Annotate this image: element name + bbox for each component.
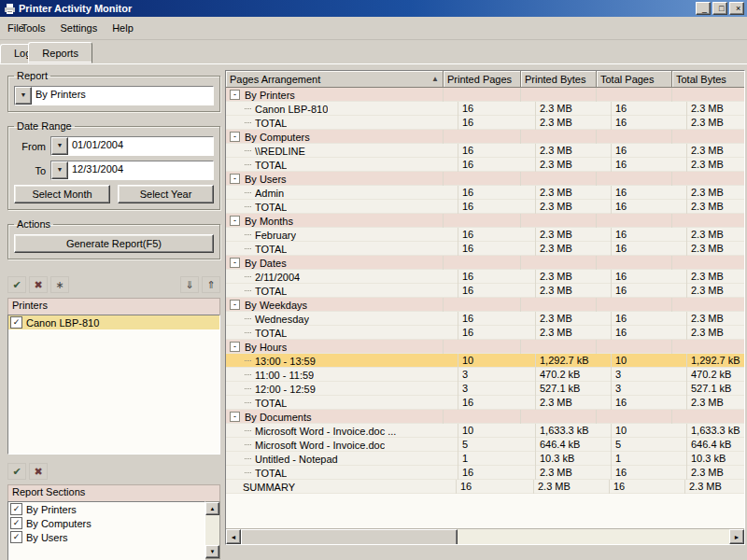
table-row[interactable]: - 13:00 - 13:59 10 1,292.7 kB 10 1,292.7… — [226, 354, 744, 368]
uncheck-all-button[interactable]: ✖ — [29, 276, 48, 293]
collapse-icon[interactable]: - — [230, 174, 240, 184]
table-row[interactable]: - 2/11/2004 16 2.3 MB 16 2.3 MB 5 — [226, 270, 744, 284]
table-row[interactable]: - By Weekdays — [226, 298, 744, 312]
table-row[interactable]: - TOTAL 16 2.3 MB 16 2.3 MB 5 — [226, 466, 744, 480]
sections-scrollbar[interactable]: ▲ ▼ — [205, 501, 220, 559]
total-pages-cell: 5 — [612, 438, 687, 452]
column-header[interactable]: Printed Pages — [444, 71, 521, 88]
column-header[interactable]: Total Pages — [597, 71, 672, 88]
checkbox-icon[interactable]: ✓ — [10, 531, 22, 543]
table-row[interactable]: - By Months — [226, 214, 744, 228]
app-window: Printer Activity Monitor _ □ × File Tool… — [0, 0, 747, 560]
table-row[interactable]: - By Computers — [226, 130, 744, 144]
checkbox-icon[interactable]: ✓ — [10, 316, 22, 329]
maximize-button[interactable]: □ — [712, 2, 727, 15]
table-row[interactable]: - By Printers — [226, 88, 744, 102]
table-row[interactable]: - TOTAL 16 2.3 MB 16 2.3 MB 5 — [226, 158, 744, 172]
report-section-item[interactable]: ✓ By Users — [8, 530, 204, 544]
scroll-up-icon[interactable]: ▲ — [205, 502, 219, 515]
chevron-down-icon[interactable]: ▼ — [51, 137, 68, 155]
table-row[interactable]: - Admin 16 2.3 MB 16 2.3 MB 5 — [226, 186, 744, 200]
collapse-icon[interactable]: - — [230, 300, 240, 310]
printed-pages-cell — [444, 172, 521, 186]
table-row[interactable]: - By Documents — [226, 410, 744, 424]
table-row[interactable]: - SUMMARY 16 2.3 MB 16 2.3 MB 5 — [226, 480, 744, 494]
column-header[interactable]: Printed Bytes — [521, 71, 597, 88]
select-year-button[interactable]: Select Year — [118, 185, 214, 203]
collapse-icon[interactable]: - — [230, 342, 240, 352]
table-row[interactable]: - TOTAL 16 2.3 MB 16 2.3 MB 5 — [226, 200, 744, 214]
total-bytes-cell — [672, 256, 745, 270]
date-from-select[interactable]: ▼ 01/01/2004 — [50, 136, 214, 156]
scroll-left-icon[interactable]: ◄ — [226, 529, 241, 544]
move-up-button[interactable]: ⇑ — [202, 276, 220, 293]
minimize-button[interactable]: _ — [696, 2, 711, 15]
menu-item[interactable]: Help — [105, 20, 141, 36]
total-bytes-cell: 1,292.7 kB — [687, 354, 745, 368]
report-section-item[interactable]: ✓ By Computers — [8, 516, 204, 530]
scroll-track[interactable] — [241, 529, 729, 544]
close-button[interactable]: × — [729, 2, 744, 15]
select-month-button[interactable]: Select Month — [14, 185, 110, 203]
menu-item[interactable]: Settings — [52, 20, 105, 36]
check-all-sections-button[interactable]: ✔ — [7, 463, 26, 480]
row-label-cell: - By Computers — [226, 130, 444, 144]
table-row[interactable]: - TOTAL 16 2.3 MB 16 2.3 MB 5 — [226, 242, 744, 256]
horizontal-scrollbar[interactable]: ◄ ► — [226, 528, 744, 544]
column-label: Total Bytes — [676, 74, 726, 85]
printed-bytes-cell: 1,633.3 kB — [536, 424, 612, 438]
move-down-button[interactable]: ⇓ — [180, 276, 199, 293]
title-bar[interactable]: Printer Activity Monitor _ □ × — [0, 0, 747, 17]
column-header[interactable]: Total Bytes — [672, 71, 745, 88]
check-icon: ✔ — [12, 279, 21, 290]
table-row[interactable]: - TOTAL 16 2.3 MB 16 2.3 MB 5 — [226, 116, 744, 130]
collapse-icon[interactable]: - — [230, 412, 240, 422]
table-row[interactable]: - Wednesday 16 2.3 MB 16 2.3 MB 5 — [226, 312, 744, 326]
date-to-select[interactable]: ▼ 12/31/2004 — [50, 161, 214, 180]
table-row[interactable]: - By Users — [226, 172, 744, 186]
total-pages-cell — [597, 340, 672, 354]
scroll-track[interactable] — [205, 515, 219, 545]
table-row[interactable]: - Canon LBP-810 16 2.3 MB 16 2.3 MB 5 — [226, 102, 744, 116]
actions-group: Actions Generate Report(F5) — [7, 218, 220, 259]
report-section-item[interactable]: ✓ By Printers — [8, 502, 204, 516]
table-row[interactable]: - TOTAL 16 2.3 MB 16 2.3 MB 5 — [226, 326, 744, 340]
checkbox-icon[interactable]: ✓ — [10, 503, 22, 515]
column-header[interactable]: Pages Arrangement ▲ — [226, 71, 444, 88]
tab[interactable]: Reports — [28, 42, 92, 63]
table-row[interactable]: - Untitled - Notepad 1 10.3 kB 1 10.3 kB… — [226, 452, 744, 466]
table-row[interactable]: - Microsoft Word - Invoice.doc 5 646.4 k… — [226, 438, 744, 452]
sections-wrap: ✓ By Printers ✓ By Computers ✓ By Users — [7, 501, 220, 559]
table-row[interactable]: - TOTAL 16 2.3 MB 16 2.3 MB 5 — [226, 396, 744, 410]
table-row[interactable]: - \\REDLINE 16 2.3 MB 16 2.3 MB 5 — [226, 144, 744, 158]
scroll-right-icon[interactable]: ► — [729, 529, 744, 544]
chevron-down-icon[interactable]: ▼ — [15, 87, 32, 105]
printed-bytes-cell: 2.3 MB — [536, 242, 612, 256]
scroll-down-icon[interactable]: ▼ — [205, 545, 219, 558]
generate-report-button[interactable]: Generate Report(F5) — [14, 234, 214, 253]
menu-item[interactable]: Tools — [14, 20, 53, 36]
table-row[interactable]: - 12:00 - 12:59 3 527.1 kB 3 527.1 kB 1 — [226, 382, 744, 396]
table-row[interactable]: - By Dates — [226, 256, 744, 270]
chevron-down-icon[interactable]: ▼ — [51, 161, 68, 179]
uncheck-all-sections-button[interactable]: ✖ — [29, 463, 48, 480]
scroll-thumb[interactable] — [241, 529, 458, 545]
collapse-icon[interactable]: - — [230, 258, 240, 268]
printer-name: Canon LBP-810 — [26, 317, 99, 329]
report-type-select[interactable]: ▼ By Printers — [14, 86, 214, 105]
table-row[interactable]: - Microsoft Word - Invoice.doc ... 10 1,… — [226, 424, 744, 438]
checkbox-icon[interactable]: ✓ — [10, 517, 22, 529]
collapse-icon[interactable]: - — [230, 216, 240, 226]
printed-bytes-cell: 2.3 MB — [536, 270, 612, 284]
invert-selection-button[interactable]: ∗ — [50, 276, 69, 293]
table-row[interactable]: - 11:00 - 11:59 3 470.2 kB 3 470.2 kB 2 — [226, 368, 744, 382]
table-row[interactable]: - February 16 2.3 MB 16 2.3 MB 5 — [226, 228, 744, 242]
table-row[interactable]: - TOTAL 16 2.3 MB 16 2.3 MB 5 — [226, 284, 744, 298]
collapse-icon[interactable]: - — [230, 90, 240, 100]
collapse-icon[interactable]: - — [230, 132, 240, 142]
row-label: \\REDLINE — [255, 145, 305, 158]
table-row[interactable]: - By Hours — [226, 340, 744, 354]
main-area: Report ▼ By Printers Date Range From ▼ 0… — [0, 63, 747, 560]
check-all-button[interactable]: ✔ — [7, 276, 26, 293]
printer-item[interactable]: ✓ Canon LBP-810 — [8, 315, 219, 329]
